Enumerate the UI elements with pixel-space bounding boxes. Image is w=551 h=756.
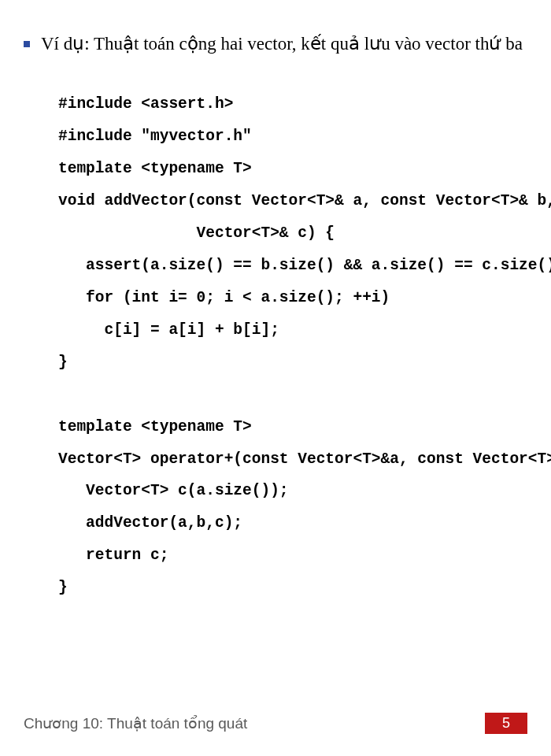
title-row: Ví dụ: Thuật toán cộng hai vector, kết q… <box>24 32 527 57</box>
bullet-icon <box>24 41 30 47</box>
page-number: 5 <box>485 713 527 734</box>
slide-title: Ví dụ: Thuật toán cộng hai vector, kết q… <box>41 32 523 57</box>
code-listing: #include <assert.h> #include "myvector.h… <box>58 88 527 604</box>
footer: Chương 10: Thuật toán tổng quát 5 <box>24 713 527 734</box>
chapter-label: Chương 10: Thuật toán tổng quát <box>24 714 247 732</box>
